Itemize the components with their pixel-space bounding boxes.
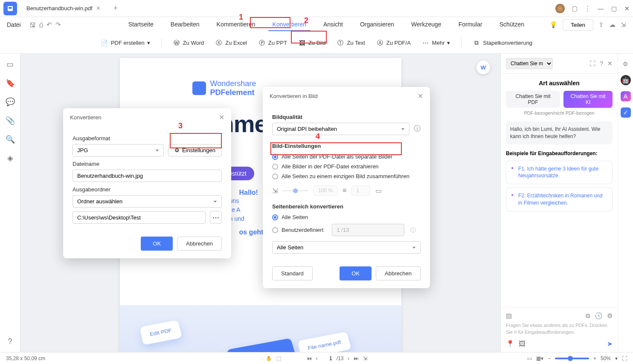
suggestion-2[interactable]: F2. Erzähltechniken in Romanen und in Fi… (506, 188, 613, 211)
tab-schuetzen[interactable]: Schützen (495, 18, 528, 31)
more-button[interactable]: ⋯Mehr▾ (418, 37, 455, 49)
maximize-icon[interactable]: ▢ (611, 5, 617, 12)
quality-select[interactable]: Original DPI beibehalten (272, 123, 409, 135)
expand-icon[interactable]: ⛶ (589, 60, 595, 67)
zoom-in-icon[interactable]: + (593, 355, 596, 361)
cloud-icon[interactable]: ☁ (609, 21, 616, 29)
hand-tool-icon[interactable]: ✋ (266, 355, 272, 361)
bot-icon[interactable]: 🤖 (621, 75, 631, 85)
image-attach-icon[interactable]: 🖼 (519, 340, 526, 348)
tab-add-button[interactable]: + (110, 2, 122, 14)
zoom-out-icon[interactable]: − (548, 355, 551, 361)
batch-convert-button[interactable]: ⧉Stapelkonvertierung (468, 37, 537, 49)
thumbnails-icon[interactable]: ▭ (6, 60, 14, 69)
zoom-slider[interactable] (555, 358, 589, 359)
to-pdfa-button[interactable]: ⒶZu PDF/A (372, 37, 415, 49)
last-page-icon[interactable]: ⏭ (354, 355, 359, 361)
ai-input-placeholder[interactable]: Fragen Sie etwas anderes als zu PDFs. Dr… (506, 322, 613, 335)
chat-ai-tab[interactable]: Chatten Sie mit KI (563, 91, 613, 108)
folder-select[interactable]: Ordner auswählen (73, 195, 222, 208)
tab-formular[interactable]: Formular (454, 18, 487, 31)
radio-separate-pages[interactable]: Alle Seiten der PDF-Datei als separate B… (272, 152, 421, 162)
chat-pdf-tab[interactable]: Chatten Sie mit PDF (506, 91, 560, 108)
range-select[interactable]: Alle Seiten (272, 241, 421, 254)
floating-convert-word-icon[interactable]: W (476, 61, 490, 74)
prev-page-icon[interactable]: ‹ (316, 355, 318, 361)
lightbulb-icon[interactable]: 💡 (549, 21, 558, 29)
image-ok-button[interactable]: OK (340, 266, 372, 280)
ai-mode-select[interactable]: Chatten Sie mit de (506, 58, 553, 69)
tab-werkzeuge[interactable]: Werkzeuge (407, 18, 446, 31)
copy-icon[interactable]: ⧉ (586, 312, 590, 320)
comments-icon[interactable]: 💬 (6, 97, 15, 107)
undo-icon[interactable]: ↶ (46, 21, 52, 29)
to-word-button[interactable]: ⓌZu Word (168, 37, 209, 49)
tab-close-icon[interactable]: ✕ (96, 5, 101, 12)
sliders-icon[interactable]: ⚙ (621, 59, 631, 69)
radio-merge-single[interactable]: Alle Seiten zu einem einzigen Bild zusam… (272, 171, 421, 181)
document-tab[interactable]: Benutzerhandbuch-win.pdf ✕ (20, 3, 107, 14)
ai-close-icon[interactable]: ✕ (607, 60, 613, 67)
first-page-icon[interactable]: ⏮ (307, 355, 312, 361)
format-select[interactable]: JPG (73, 144, 164, 156)
folder-path-input[interactable] (73, 211, 206, 224)
select-tool-icon[interactable]: ⬚ (276, 355, 281, 361)
radio-custom-range[interactable]: Benutzerdefiniert ⓘ (272, 222, 421, 238)
tab-bearbeiten[interactable]: Bearbeiten (166, 18, 204, 31)
attachments-icon[interactable]: 📎 (6, 116, 15, 125)
tab-kommentieren[interactable]: Kommentieren (212, 18, 260, 31)
more-menu-icon[interactable]: ⋮ (584, 5, 591, 12)
image-dialog-close-icon[interactable]: ✕ (418, 92, 423, 100)
search-icon[interactable]: 🔍 (6, 135, 15, 144)
view-mode-icon[interactable]: ▦▾ (536, 355, 543, 361)
quality-info-icon[interactable]: ⓘ (414, 124, 421, 133)
tab-konvertieren[interactable]: Konvertieren (268, 18, 311, 31)
to-text-button[interactable]: ⓉZu Text (332, 37, 369, 49)
tab-startseite[interactable]: Startseite (124, 18, 158, 31)
send-icon[interactable]: ➤ (607, 340, 613, 348)
redo-icon[interactable]: ↷ (55, 21, 61, 29)
page-jump-icon[interactable]: ⇲ (363, 355, 367, 361)
location-icon[interactable]: 📍 (506, 340, 514, 348)
ai-templates-icon[interactable]: ▤ (506, 312, 512, 320)
print-icon[interactable]: ⎙ (39, 21, 43, 29)
minimize-icon[interactable]: — (598, 5, 604, 12)
close-window-icon[interactable]: ✕ (624, 5, 630, 12)
bookmarks-icon[interactable]: 🔖 (6, 78, 15, 88)
tab-ansicht[interactable]: Ansicht (319, 18, 347, 31)
user-avatar[interactable] (555, 4, 565, 13)
radio-all-pages[interactable]: Alle Seiten (272, 212, 421, 222)
ai-settings-icon[interactable]: ⚙ (607, 312, 613, 320)
to-image-button[interactable]: 🖼Zu Bild (294, 37, 330, 49)
file-menu[interactable]: Datei (7, 21, 21, 28)
zoom-dropdown-icon[interactable]: ▾ (615, 355, 618, 361)
zoom-value[interactable]: 50% (601, 355, 611, 361)
convert-dialog-close-icon[interactable]: ✕ (219, 113, 224, 121)
read-mode-icon[interactable]: ▭ (527, 355, 532, 361)
share-link-icon[interactable]: ⇪ (598, 21, 604, 29)
convert-ok-button[interactable]: OK (141, 237, 173, 251)
suggestion-1[interactable]: F1. Ich hätte gerne 3 Ideen für gute Neu… (506, 161, 613, 185)
fullscreen-icon[interactable]: ⛶ (622, 355, 627, 361)
help-icon[interactable]: ? (8, 337, 12, 346)
to-excel-button[interactable]: ⓍZu Excel (211, 37, 251, 49)
ai-help-icon[interactable]: ? (600, 60, 603, 67)
check-icon[interactable]: ✓ (621, 107, 631, 118)
share-button[interactable]: Teilen (563, 19, 593, 31)
export-icon[interactable]: ⇲ (621, 21, 626, 29)
convert-cancel-button[interactable]: Abbrechen (177, 237, 222, 251)
image-cancel-button[interactable]: Abbrechen (376, 266, 421, 280)
filename-input[interactable] (73, 170, 222, 182)
settings-button[interactable]: ⚙Einstellungen (168, 144, 222, 156)
feedback-icon[interactable]: ▢ (572, 5, 578, 12)
save-icon[interactable]: 🖫 (29, 21, 36, 29)
radio-extract-images[interactable]: Alle Bilder in der PDF-Datei extrahieren (272, 162, 421, 171)
ai-a-icon[interactable]: A (621, 91, 631, 101)
layers-icon[interactable]: ◈ (7, 153, 13, 163)
tab-organisieren[interactable]: Organisieren (356, 18, 398, 31)
create-pdf-button[interactable]: 📄 PDF erstellen ▾ (96, 37, 154, 49)
browse-folder-button[interactable]: ⋯ (210, 211, 222, 224)
next-page-icon[interactable]: › (348, 355, 349, 361)
standard-button[interactable]: Standard (272, 266, 313, 280)
page-number-input[interactable] (322, 355, 332, 361)
